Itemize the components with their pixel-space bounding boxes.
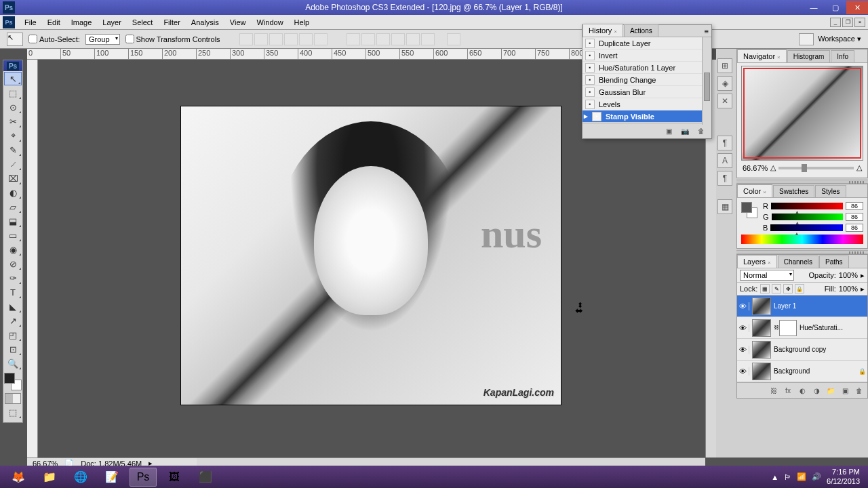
strip-icon[interactable]: ¶: [717, 171, 732, 186]
visibility-icon[interactable]: 👁: [737, 367, 749, 375]
link-layers-icon[interactable]: ⛓: [768, 385, 780, 396]
taskbar-app[interactable]: 🦊: [5, 468, 32, 487]
layer-row[interactable]: 👁⛓Hue/Saturati...: [737, 317, 867, 339]
tool-button[interactable]: ↖: [4, 72, 22, 85]
nav-zoom-value[interactable]: 66.67%: [743, 164, 768, 172]
maximize-button[interactable]: ▢: [825, 1, 846, 14]
tab-history[interactable]: History×: [583, 24, 623, 37]
tray-flag-icon[interactable]: ▲: [771, 473, 778, 481]
color-swatches[interactable]: [4, 373, 22, 390]
b-slider[interactable]: [770, 224, 843, 231]
foreground-color[interactable]: [4, 373, 15, 384]
new-snapshot-icon[interactable]: 📷: [679, 125, 691, 136]
lock-pixels-icon[interactable]: ✎: [772, 284, 781, 293]
tool-button[interactable]: 🔍: [4, 357, 22, 370]
new-layer-icon[interactable]: ▣: [839, 385, 851, 396]
tab-styles[interactable]: Styles: [815, 185, 846, 197]
history-item[interactable]: ▪Duplicate Layer: [583, 37, 711, 49]
tool-button[interactable]: ◉: [4, 243, 22, 256]
zoom-out-icon[interactable]: △: [770, 163, 776, 172]
panel-resize-handle[interactable]: [736, 180, 868, 184]
taskbar-app[interactable]: 📁: [36, 468, 63, 487]
visibility-icon[interactable]: 👁: [737, 346, 749, 354]
navigator-thumbnail[interactable]: [741, 66, 863, 161]
tray-volume-icon[interactable]: 🔊: [812, 472, 821, 481]
create-document-icon[interactable]: ▣: [663, 125, 675, 136]
history-item[interactable]: ▪Levels: [583, 98, 711, 110]
tool-button[interactable]: ✂: [4, 115, 22, 128]
history-panel[interactable]: History× Actions ≡ ▪Duplicate Layer▪Inve…: [582, 24, 712, 139]
doc-restore-button[interactable]: ❐: [842, 18, 853, 27]
tool-button[interactable]: ⬓: [4, 214, 22, 228]
go-to-bridge-icon[interactable]: [799, 33, 814, 45]
taskbar-app[interactable]: ⬛: [192, 468, 219, 487]
tool-button[interactable]: ◰: [4, 328, 22, 342]
distribute-icon[interactable]: [376, 33, 390, 45]
windows-taskbar[interactable]: 🦊📁🌐📝Ps🖼⬛ ▲ 🏳 📶 🔊 7:16 PM 6/12/2013: [0, 466, 868, 488]
distribute-icon[interactable]: [406, 33, 420, 45]
layer-row[interactable]: 👁Background🔒: [737, 361, 867, 382]
tool-button[interactable]: T: [4, 285, 22, 299]
distribute-icon[interactable]: [361, 33, 375, 45]
auto-select-checkbox[interactable]: Auto-Select:: [28, 35, 80, 43]
layer-row[interactable]: 👁Layer 1: [737, 296, 867, 317]
fill-value[interactable]: 100%: [839, 285, 858, 293]
history-item[interactable]: ▸▪Stamp Visible: [583, 110, 711, 123]
tray-network-icon[interactable]: 📶: [797, 472, 806, 481]
layer-mask-icon[interactable]: ◐: [796, 385, 808, 396]
r-slider[interactable]: [771, 203, 843, 209]
tab-layers[interactable]: Layers×: [737, 255, 777, 268]
strip-icon[interactable]: ¶: [717, 136, 732, 150]
menu-filter[interactable]: Filter: [158, 17, 185, 28]
doc-close-button[interactable]: ×: [854, 18, 865, 27]
menu-layer[interactable]: Layer: [97, 17, 127, 28]
taskbar-app[interactable]: 📝: [98, 468, 125, 487]
show-transform-checkbox[interactable]: Show Transform Controls: [125, 35, 220, 43]
blend-mode-dropdown[interactable]: Normal: [740, 270, 794, 281]
tool-button[interactable]: ✎: [4, 143, 22, 157]
panel-resize-handle[interactable]: [736, 250, 868, 254]
history-item[interactable]: ▪Hue/Saturation 1 Layer: [583, 62, 711, 74]
align-icon[interactable]: [269, 33, 283, 45]
color-spectrum[interactable]: [741, 235, 863, 244]
align-icon[interactable]: [239, 33, 253, 45]
workspace-dropdown[interactable]: Workspace ▾: [818, 35, 861, 43]
strip-icon[interactable]: ✕: [717, 94, 732, 108]
tab-color[interactable]: Color×: [737, 184, 772, 197]
tool-button[interactable]: ◐: [4, 186, 22, 199]
menu-view[interactable]: View: [224, 17, 252, 28]
tab-actions[interactable]: Actions: [624, 24, 658, 37]
panel-menu-icon[interactable]: ≡: [702, 26, 711, 37]
taskbar-app[interactable]: 🖼: [161, 468, 188, 487]
tool-button[interactable]: ⌖: [4, 129, 22, 142]
tool-button[interactable]: ▱: [4, 200, 22, 214]
zoom-slider[interactable]: [778, 167, 854, 169]
layer-style-icon[interactable]: fx: [782, 385, 794, 396]
tool-button[interactable]: ⬚: [4, 86, 22, 100]
b-value[interactable]: 86: [846, 224, 863, 232]
history-item[interactable]: ▪Invert: [583, 49, 711, 62]
delete-state-icon[interactable]: 🗑: [695, 125, 707, 136]
tab-channels[interactable]: Channels: [778, 256, 818, 268]
menu-edit[interactable]: Edit: [42, 17, 66, 28]
tab-info[interactable]: Info: [831, 50, 854, 62]
close-button[interactable]: ✕: [846, 1, 868, 14]
distribute-icon[interactable]: [347, 33, 360, 45]
align-icon[interactable]: [254, 33, 268, 45]
tool-button[interactable]: ⟋: [4, 157, 22, 171]
tool-button[interactable]: ⌧: [4, 171, 22, 185]
tray-action-icon[interactable]: 🏳: [784, 473, 791, 481]
vertical-ruler[interactable]: [27, 60, 38, 458]
layer-thumbnail[interactable]: [752, 363, 771, 380]
tab-swatches[interactable]: Swatches: [773, 185, 814, 197]
taskbar-app[interactable]: 🌐: [67, 468, 94, 487]
layer-thumbnail[interactable]: [752, 298, 771, 315]
align-icon[interactable]: [314, 33, 328, 45]
align-icon[interactable]: [284, 33, 298, 45]
lock-position-icon[interactable]: ✥: [783, 284, 793, 293]
tool-button[interactable]: ⊡: [4, 342, 22, 356]
distribute-icon[interactable]: [421, 33, 435, 45]
distribute-icon[interactable]: [391, 33, 405, 45]
g-value[interactable]: 86: [846, 213, 863, 221]
document-canvas[interactable]: nus KapanLagi.com: [180, 106, 561, 405]
